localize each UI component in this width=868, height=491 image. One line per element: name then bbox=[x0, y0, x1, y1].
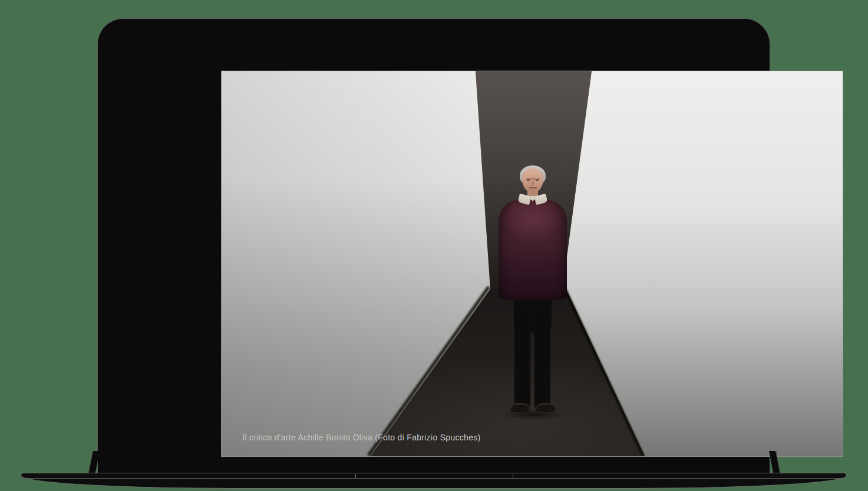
man-nose-shadow bbox=[532, 181, 534, 185]
base-notch-edge-left bbox=[355, 474, 356, 479]
base-notch-edge-right bbox=[513, 474, 513, 479]
man-eye-right bbox=[536, 180, 539, 181]
man-figure bbox=[499, 165, 567, 420]
man-shoe-left bbox=[510, 403, 530, 412]
man-floor-shadow bbox=[499, 409, 567, 420]
laptop-base bbox=[21, 473, 847, 489]
photo-caption: Il critico d'arte Achille Bonito Oliva (… bbox=[242, 433, 481, 443]
man-sweater bbox=[499, 200, 567, 300]
man-eye-left bbox=[527, 180, 530, 181]
man-leg-left bbox=[514, 309, 530, 410]
laptop-screen: Il critico d'arte Achille Bonito Oliva (… bbox=[221, 71, 843, 457]
corridor-photo: Il critico d'arte Achille Bonito Oliva (… bbox=[222, 71, 843, 456]
man-leg-right bbox=[534, 309, 550, 410]
man-mouth bbox=[529, 187, 537, 188]
page-background: Il critico d'arte Achille Bonito Oliva (… bbox=[0, 0, 868, 491]
laptop-lid-bezel: Il critico d'arte Achille Bonito Oliva (… bbox=[97, 18, 770, 473]
man-shoe-right bbox=[536, 403, 556, 412]
